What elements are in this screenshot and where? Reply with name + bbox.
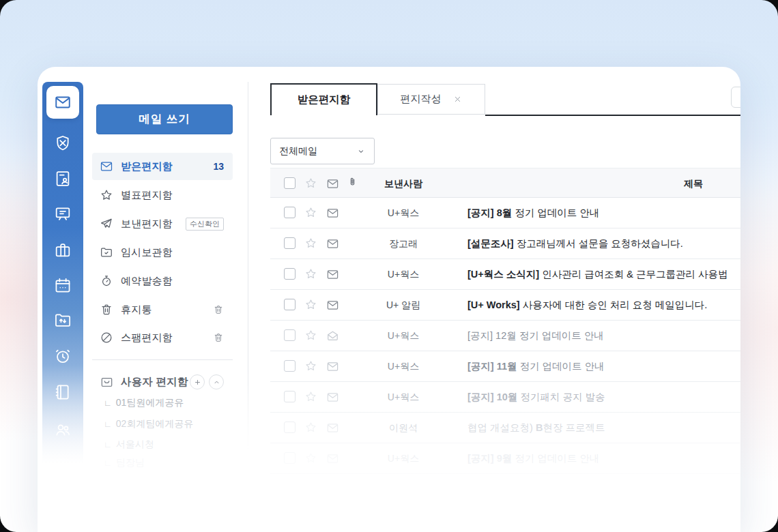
row-checkbox[interactable] [284,268,296,280]
mail-row-4[interactable]: U+웍스[공지] 12월 정기 업데이트 안내 [270,321,740,351]
star-icon [304,452,317,464]
board-icon [53,205,72,224]
row-checkbox[interactable] [284,422,296,433]
mail-row-7[interactable]: 이원석협업 개설요청) B현장 프로젝트 [270,413,740,443]
envelope-icon [326,207,339,220]
stopwatch-icon [100,274,113,288]
folder-label: 받은편지함 [121,160,173,173]
star-toggle[interactable] [304,359,317,372]
envelope-icon [326,177,339,190]
envelope-icon [100,160,113,173]
plus-icon [193,378,202,387]
envelope-column-icon[interactable] [326,177,339,190]
row-checkbox[interactable] [284,452,296,464]
sidebar-folder-scheduled[interactable]: 예약발송함 [92,267,233,295]
tab-inbox[interactable]: 받은편지함 [270,83,377,115]
chevron-up-icon [212,378,221,387]
row-checkbox[interactable] [284,237,296,249]
star-toggle[interactable] [304,206,317,219]
star-toggle[interactable] [304,421,317,434]
star-toggle[interactable] [304,298,317,311]
row-checkbox[interactable] [284,299,296,310]
tray-icon [100,375,114,389]
rail-item-notebook[interactable] [42,383,83,402]
star-icon [304,177,317,190]
sidebar-folder-trash[interactable]: 휴지통 [92,296,233,323]
rail-item-members[interactable] [42,420,83,439]
user-folder-item-3[interactable]: ∟팀장님 [104,456,145,470]
close-tab-button[interactable] [452,94,463,104]
trash-icon [100,303,113,316]
sidebar-folder-sent[interactable]: 보낸편지함수신확인 [92,210,233,237]
row-checkbox[interactable] [284,360,296,372]
rail-item-mail[interactable] [46,86,79,119]
user-folder-label: 서울시청 [116,439,154,451]
mail-subject: [공지] 9월 정기 업데이트 안내 [467,452,599,465]
collapse-user-folders-button[interactable] [209,374,224,389]
tabbar-bottom-line [485,115,740,116]
sidebar-folder-starred[interactable]: 별표편지함 [92,181,233,209]
mail-row-3[interactable]: U+ 알림[U+ Works] 사용자에 대한 승인 처리 요청 메일입니다. [270,290,740,321]
user-folder-item-2[interactable]: ∟서울시청 [104,438,154,452]
mail-sender: U+웍스 [349,330,458,342]
star-toggle[interactable] [304,267,317,280]
mail-row-8[interactable]: U+웍스[공지] 9월 정기 업데이트 안내 [270,443,740,474]
empty-spam-button[interactable] [213,332,224,343]
mail-sender: U+웍스 [349,207,458,220]
rail-item-calendar[interactable] [42,276,83,295]
empty-trash-button[interactable] [213,304,224,315]
mail-subject: [공지] 10월 정기패치 공지 발송 [467,391,605,404]
star-toggle[interactable] [304,237,317,250]
mail-row-2[interactable]: U+웍스[U+웍스 소식지] 인사관리 급여조회 & 근무그룹관리 사용법 [270,259,740,290]
star-icon [100,188,113,202]
tab-compose[interactable]: 편지작성 [377,84,485,115]
rail-item-alarm-clock[interactable] [42,346,83,366]
rail-item-briefcase[interactable] [42,241,83,260]
mail-row-5[interactable]: U+웍스[공지] 11월 정기 업데이트 안내 [270,351,740,382]
mail-subject: [설문조사] 장고래님께서 설문을 요청하셨습니다. [467,237,683,250]
row-checkbox[interactable] [284,391,296,402]
user-folder-item-0[interactable]: ∟01팀원에게공유 [104,396,184,410]
row-checkbox[interactable] [284,329,296,341]
user-mailbox-header: 사용자 편지함 [92,371,233,393]
add-user-folder-button[interactable] [190,374,205,389]
block-icon [100,331,113,344]
rail-item-shield[interactable] [42,134,83,153]
mail-filter-value: 전체메일 [279,145,317,158]
sidebar-folder-spam[interactable]: 스팸편지함 [92,324,233,351]
read-receipt-badge[interactable]: 수신확인 [186,218,224,231]
envelope-icon-wrap [326,207,339,220]
rail-item-folder-chart[interactable] [42,311,83,330]
search-box-partial[interactable] [731,87,740,108]
branch-mark: ∟ [104,419,112,429]
star-toggle[interactable] [304,329,317,342]
mail-row-1[interactable]: 장고래[설문조사] 장고래님께서 설문을 요청하셨습니다. [270,228,740,259]
envelope-icon-wrap [326,237,339,250]
star-icon [304,267,317,280]
envelope-icon [326,237,339,250]
star-toggle[interactable] [304,452,317,464]
sidebar-folder-inbox[interactable]: 받은편지함13 [92,153,233,180]
alarm-icon [53,346,72,366]
envelope-icon-wrap [326,268,339,281]
mail-row-0[interactable]: U+웍스[공지] 8월 정기 업데이트 안내 [270,198,740,228]
row-checkbox[interactable] [284,207,296,218]
rail-item-board[interactable] [42,205,83,224]
app-icon-rail [42,82,83,464]
mail-row-6[interactable]: U+웍스[공지] 10월 정기패치 공지 발송 [270,382,740,413]
star-toggle[interactable] [304,390,317,403]
star-icon [304,421,317,434]
star-column-icon[interactable] [304,177,317,190]
envelope-icon [326,268,339,281]
star-icon [304,206,317,219]
mail-filter-dropdown[interactable]: 전체메일 [270,138,375,164]
user-folder-item-1[interactable]: ∟02회계팀에게공유 [104,417,193,431]
calendar-icon [53,276,72,295]
rail-item-approval-document[interactable] [42,169,83,188]
mail-app-window: 메일 쓰기 받은편지함13별표편지함보낸편지함수신확인임시보관함예약발송함휴지통… [38,67,740,532]
briefcase-icon [53,241,72,260]
select-all-checkbox[interactable] [284,177,296,189]
sidebar-folder-drafts[interactable]: 임시보관함 [92,239,233,266]
rail-item-hidden-partial[interactable] [42,456,83,475]
compose-mail-button[interactable]: 메일 쓰기 [96,104,233,134]
